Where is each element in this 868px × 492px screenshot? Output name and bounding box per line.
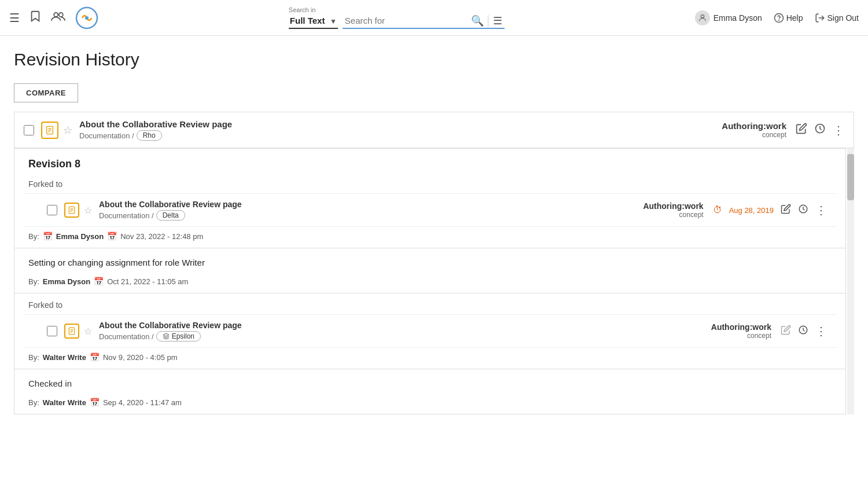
search-in-select-wrapper[interactable]: Full Text Title Content ▼ — [289, 13, 338, 29]
fork-2-section: Forked to ☆ About the Collabo — [14, 293, 845, 369]
fork-1-history-icon[interactable] — [798, 204, 808, 217]
fork-1-type-icon — [64, 203, 79, 218]
header-right: Emma Dyson Help Sign Out — [695, 10, 859, 25]
main-branch-tag: Rho — [137, 130, 162, 141]
by-author-4: Walter Write — [43, 398, 86, 407]
by-prefix-1: By: — [28, 232, 39, 241]
fork-2-doc-info: About the Collaborative Review page Docu… — [99, 321, 679, 342]
help-button[interactable]: Help — [774, 13, 803, 23]
calendar-sm-icon-1: 📅 — [107, 232, 117, 241]
by-line-4: By: Walter Write 📅 Sep 4, 2020 - 11:47 a… — [14, 393, 845, 414]
search-divider — [488, 15, 488, 27]
by-date-2: Oct 21, 2022 - 11:05 am — [107, 277, 188, 286]
logo-icon[interactable] — [75, 6, 98, 30]
fork-1-more-icon[interactable]: ⋮ — [815, 203, 827, 217]
checked-in-section: Checked in By: Walter Write 📅 Sep 4, 202… — [14, 369, 845, 414]
revision-8-section: Revision 8 Forked to ☆ — [14, 148, 845, 248]
help-label: Help — [786, 13, 803, 23]
bookmark-icon[interactable] — [29, 10, 42, 25]
revisions-list: Revision 8 Forked to ☆ — [14, 148, 846, 414]
main-doc-star-icon[interactable]: ☆ — [63, 124, 72, 137]
history-icon[interactable] — [814, 123, 826, 137]
assignment-title: Setting or changing assignment for role … — [28, 258, 205, 267]
by-author-3: Walter Write — [43, 353, 86, 362]
assignment-header: Setting or changing assignment for role … — [14, 248, 845, 272]
revision-8-header: Revision 8 — [14, 149, 845, 175]
main-doc-breadcrumb: Documentation / Rho — [79, 130, 694, 141]
fork-2-star-icon[interactable]: ☆ — [84, 326, 92, 337]
doc-type-icon — [41, 122, 58, 139]
by-prefix-2: By: — [28, 277, 39, 286]
fork-1-actions: ⏱ Aug 28, 2019 — [713, 203, 827, 217]
fork-1-meta: Authoring:work concept — [611, 201, 704, 219]
main-doc-info: About the Collaborative Review page Docu… — [79, 119, 694, 141]
scrollbar-track[interactable] — [847, 148, 854, 414]
search-in-dropdown[interactable]: Full Text Title Content — [289, 13, 338, 29]
revisions-scroll-area: Revision 8 Forked to ☆ — [14, 148, 854, 414]
fork-1-type-label: concept — [679, 211, 704, 219]
forked-to-label-2: Forked to — [14, 293, 845, 314]
fork-1-alert-date: Aug 28, 2019 — [729, 206, 774, 215]
header: ☰ Search in — [0, 0, 868, 36]
by-prefix-4: By: — [28, 398, 39, 407]
compare-button[interactable]: COMPARE — [14, 83, 78, 102]
fork-2-title: About the Collaborative Review page — [99, 321, 679, 330]
hamburger-icon[interactable]: ☰ — [9, 11, 20, 25]
by-author-2: Emma Dyson — [43, 277, 90, 286]
fork-2-more-icon[interactable]: ⋮ — [815, 324, 827, 338]
main-doc-meta: Authoring:work concept — [694, 121, 786, 139]
edit-icon[interactable] — [796, 123, 807, 137]
fork-2-meta: Authoring:work concept — [679, 322, 771, 340]
search-in-label: Search in — [289, 6, 315, 13]
fork-1-checkbox[interactable] — [47, 205, 57, 215]
svg-point-1 — [59, 13, 63, 17]
revision-8-title: Revision 8 — [28, 158, 80, 170]
filter-icon[interactable]: ☰ — [493, 14, 502, 27]
fork-2-authoring: Authoring:work — [711, 322, 771, 332]
by-date-3: Nov 9, 2020 - 4:05 pm — [103, 353, 178, 362]
fork-2-breadcrumb: Documentation / Epsilon — [99, 331, 679, 342]
fork-2-type-label: concept — [747, 332, 771, 340]
calendar-icon-1: 📅 — [43, 232, 53, 241]
by-prefix-3: By: — [28, 353, 39, 362]
checked-in-title: Checked in — [28, 379, 72, 388]
users-icon[interactable] — [51, 10, 66, 25]
fork-2-doc-row: ☆ About the Collaborative Review page Do… — [24, 314, 836, 348]
fork-1-branch-tag: Delta — [156, 210, 185, 221]
fork-2-type-icon — [64, 324, 79, 339]
by-line-1: By: 📅 Emma Dyson 📅 Nov 23, 2022 - 12:48 … — [14, 227, 845, 248]
fork-2-checkbox[interactable] — [47, 326, 57, 336]
fork-2-history-icon[interactable] — [798, 325, 808, 338]
search-submit-icon[interactable]: 🔍 — [471, 14, 484, 27]
fork-1-authoring: Authoring:work — [643, 201, 703, 211]
fork-2-edit-icon[interactable] — [781, 325, 791, 338]
scrollbar-thumb[interactable] — [847, 154, 854, 200]
alert-clock-icon: ⏱ — [713, 205, 722, 215]
fork-2-actions: ⋮ — [781, 324, 827, 338]
assignment-section: Setting or changing assignment for role … — [14, 248, 845, 293]
main-doc-row: ☆ About the Collaborative Review page Do… — [14, 112, 854, 148]
main-authoring-label: Authoring:work — [722, 121, 786, 131]
main-doc-checkbox[interactable] — [24, 125, 34, 135]
calendar-sm-icon-2: 📅 — [94, 277, 104, 286]
fork-1-title: About the Collaborative Review page — [99, 200, 611, 209]
header-search: Search in Full Text Title Content ▼ 🔍 ☰ — [98, 6, 695, 29]
svg-point-4 — [701, 14, 704, 17]
page-content: Revision History COMPARE ☆ About the Col… — [0, 36, 868, 414]
fork-1-edit-icon[interactable] — [781, 204, 791, 217]
by-date-1: Nov 23, 2022 - 12:48 pm — [120, 232, 203, 241]
forked-to-label-1: Forked to — [14, 175, 845, 193]
signout-button[interactable]: Sign Out — [815, 13, 859, 23]
svg-point-6 — [778, 20, 779, 20]
main-doc-title: About the Collaborative Review page — [79, 119, 694, 129]
more-options-icon[interactable]: ⋮ — [833, 123, 844, 137]
fork-1-doc-info: About the Collaborative Review page Docu… — [99, 200, 611, 221]
main-doc-actions: ⋮ — [796, 123, 844, 137]
main-type-label: concept — [762, 131, 786, 139]
by-date-4: Sep 4, 2020 - 11:47 am — [103, 398, 182, 407]
calendar-sm-icon-3: 📅 — [90, 353, 100, 362]
fork-1-star-icon[interactable]: ☆ — [84, 205, 92, 216]
calendar-sm-icon-4: 📅 — [90, 398, 100, 407]
user-button[interactable]: Emma Dyson — [695, 10, 762, 25]
user-name: Emma Dyson — [713, 13, 762, 23]
